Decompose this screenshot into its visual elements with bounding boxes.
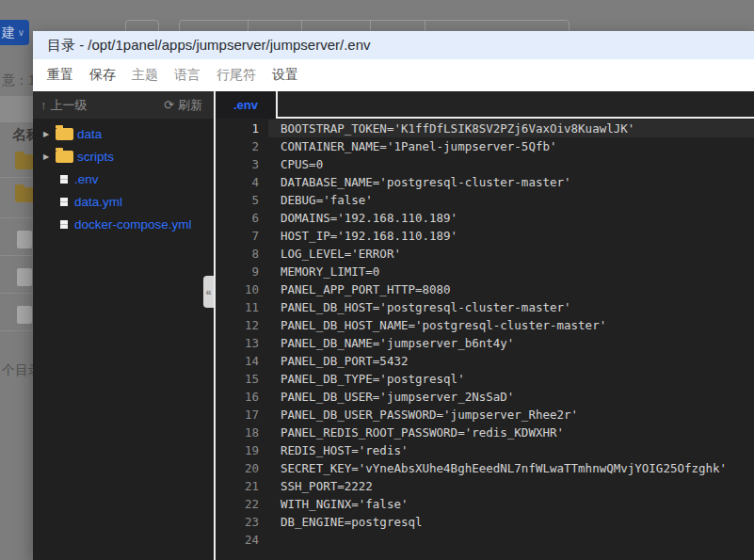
code-line-text: SSH_PORT=2222	[259, 477, 373, 495]
file-icon	[57, 216, 71, 232]
code-line-10[interactable]: 10PANEL_APP_PORT_HTTP=8080	[216, 280, 754, 298]
file-icon	[57, 194, 71, 210]
menu-item-0[interactable]: 重置	[47, 67, 73, 84]
tree-item-data[interactable]: ▶data	[33, 122, 214, 145]
line-number: 5	[216, 191, 259, 209]
file-tree: ▶data▶scripts.envdata.ymldocker-compose.…	[33, 119, 214, 560]
tree-item-label: .env	[74, 172, 99, 186]
tree-item-label: scripts	[77, 150, 114, 164]
code-line-text: PANEL_DB_PORT=5432	[259, 352, 408, 370]
code-line-23[interactable]: 23DB_ENGINE=postgresql	[216, 513, 754, 531]
toolbar-separator	[248, 20, 249, 31]
line-number: 24	[216, 531, 259, 549]
line-number: 14	[216, 352, 259, 370]
tree-item-label: docker-compose.yml	[74, 217, 192, 232]
folder-icon	[56, 128, 73, 140]
file-editor-dialog: 目录 - /opt/1panel/apps/jumpserver/jumpser…	[33, 31, 754, 560]
tree-item--env[interactable]: .env	[33, 168, 214, 190]
menu-item-3[interactable]: 语言	[174, 67, 201, 84]
code-line-19[interactable]: 19REDIS_HOST='redis'	[216, 441, 754, 459]
collapse-sidebar-handle[interactable]: «	[203, 276, 214, 308]
code-line-17[interactable]: 17PANEL_DB_USER_PASSWORD='jumpserver_Rhe…	[216, 406, 754, 424]
caret-right-icon[interactable]: ▶	[39, 152, 54, 161]
tabbar-empty-area	[278, 91, 754, 119]
tree-item-label: data	[77, 127, 102, 141]
folder-icon	[56, 151, 73, 163]
code-line-text: DB_ENGINE=postgresql	[259, 513, 423, 531]
code-line-24[interactable]: 24	[216, 531, 754, 549]
menu-item-1[interactable]: 保存	[89, 67, 116, 84]
code-line-5[interactable]: 5DEBUG='false'	[216, 191, 754, 209]
dialog-titlebar: 目录 - /opt/1panel/apps/jumpserver/jumpser…	[33, 31, 754, 59]
code-line-13[interactable]: 13PANEL_DB_NAME='jumpserver_b6nt4y'	[216, 334, 754, 352]
refresh-label: 刷新	[178, 97, 202, 114]
code-line-18[interactable]: 18PANEL_REDIS_ROOT_PASSWORD='redis_KDWXH…	[216, 424, 754, 441]
code-line-11[interactable]: 11PANEL_DB_HOST='postgresql-cluster-mast…	[216, 298, 754, 316]
code-line-text	[259, 531, 281, 549]
line-number: 16	[216, 388, 259, 406]
tree-item-scripts[interactable]: ▶scripts	[33, 145, 214, 168]
line-number: 21	[216, 477, 259, 495]
code-line-12[interactable]: 12PANEL_DB_HOST_NAME='postgresql-cluster…	[216, 316, 754, 334]
go-up-button[interactable]: ↑ 上一级	[40, 97, 88, 114]
row-separator	[0, 255, 33, 256]
code-line-14[interactable]: 14PANEL_DB_PORT=5432	[216, 352, 754, 370]
line-number: 20	[216, 459, 259, 477]
code-line-7[interactable]: 7HOST_IP='192.168.110.189'	[216, 227, 754, 245]
code-line-text: PANEL_DB_USER_PASSWORD='jumpserver_Rhee2…	[259, 406, 578, 424]
code-editor[interactable]: 1BOOTSTRAP_TOKEN='K1ffDfLSIK8SV2PZj6VaxO…	[216, 119, 754, 560]
code-line-text: REDIS_HOST='redis'	[259, 441, 408, 459]
code-line-9[interactable]: 9MEMORY_LIMIT=0	[216, 263, 754, 280]
line-number: 11	[216, 298, 259, 316]
tree-item-docker-compose-yml[interactable]: docker-compose.yml	[33, 213, 214, 235]
code-line-15[interactable]: 15PANEL_DB_TYPE='postgresql'	[216, 370, 754, 388]
background-file-icon	[17, 231, 32, 248]
code-line-8[interactable]: 8LOG_LEVEL='ERROR'	[216, 245, 754, 263]
code-line-text: MEMORY_LIMIT=0	[259, 263, 379, 280]
code-line-2[interactable]: 2CONTAINER_NAME='1Panel-jumpserver-5Qfb'	[216, 137, 754, 155]
tree-item-data-yml[interactable]: data.yml	[33, 190, 214, 213]
code-line-1[interactable]: 1BOOTSTRAP_TOKEN='K1ffDfLSIK8SV2PZj6VaxO…	[216, 120, 754, 137]
code-line-22[interactable]: 22WITH_NGINX='false'	[216, 495, 754, 513]
line-number: 8	[216, 245, 259, 263]
code-line-4[interactable]: 4DATABASE_NAME='postgresql-cluster-maste…	[216, 173, 754, 191]
code-line-text: CONTAINER_NAME='1Panel-jumpserver-5Qfb'	[259, 137, 557, 155]
line-number: 12	[216, 316, 259, 334]
line-number: 19	[216, 441, 259, 459]
tab-env[interactable]: .env	[216, 91, 276, 119]
code-line-text: HOST_IP='192.168.110.189'	[259, 227, 457, 245]
code-line-21[interactable]: 21SSH_PORT=2222	[216, 477, 754, 495]
toolbar-separator	[301, 20, 302, 31]
code-line-text: DOMAINS='192.168.110.189'	[259, 209, 457, 227]
line-number: 4	[216, 173, 259, 191]
tree-item-label: data.yml	[74, 195, 122, 209]
code-line-text: SECRET_KEY='vYneAbsXUhe4BghEeedNL7nfWLwa…	[259, 459, 727, 477]
code-line-text: DEBUG='false'	[259, 191, 373, 209]
code-line-3[interactable]: 3CPUS=0	[216, 155, 754, 173]
line-number: 15	[216, 370, 259, 388]
code-line-text: PANEL_DB_USER='jumpserver_2NsSaD'	[259, 388, 514, 406]
line-number: 6	[216, 209, 259, 227]
caret-right-icon[interactable]: ▶	[39, 130, 54, 138]
line-number: 1	[216, 120, 259, 137]
code-line-16[interactable]: 16PANEL_DB_USER='jumpserver_2NsSaD'	[216, 388, 754, 406]
code-line-20[interactable]: 20SECRET_KEY='vYneAbsXUhe4BghEeedNL7nfWL…	[216, 459, 754, 477]
code-line-6[interactable]: 6DOMAINS='192.168.110.189'	[216, 209, 754, 227]
line-number: 13	[216, 334, 259, 352]
code-line-text: PANEL_DB_NAME='jumpserver_b6nt4y'	[259, 334, 514, 352]
line-number: 23	[216, 513, 259, 531]
refresh-icon: ⟳	[164, 98, 174, 112]
chevron-down-icon: ∨	[18, 27, 24, 38]
menu-item-4[interactable]: 行尾符	[217, 67, 256, 84]
menu-item-5[interactable]: 设置	[272, 67, 298, 84]
tree-header: ↑ 上一级 ⟳ 刷新	[33, 91, 214, 119]
row-separator	[0, 177, 33, 178]
create-button[interactable]: 建 ∨	[0, 20, 29, 45]
code-line-text: WITH_NGINX='false'	[259, 495, 408, 513]
line-number: 7	[216, 227, 259, 245]
code-line-text: PANEL_APP_PORT_HTTP=8080	[259, 280, 451, 298]
code-line-text: PANEL_DB_HOST='postgresql-cluster-master…	[259, 298, 571, 316]
refresh-button[interactable]: ⟳ 刷新	[164, 97, 202, 114]
menu-item-2[interactable]: 主题	[132, 67, 158, 84]
line-number: 17	[216, 406, 259, 424]
